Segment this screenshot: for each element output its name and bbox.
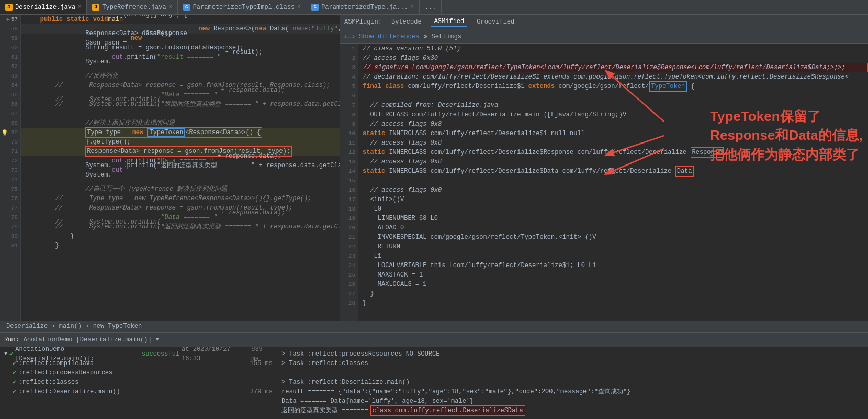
bc-line-22: RETURN — [363, 242, 868, 251]
tab-deserialize[interactable]: J Deserialize.java × — [0, 0, 87, 14]
tab-groovified[interactable]: Groovified — [474, 17, 517, 27]
tab-close-btn[interactable]: × — [411, 4, 414, 10]
gutter-58: 58 — [0, 24, 20, 34]
gutter-69: 💡69 — [0, 128, 20, 137]
ln-8: 8 — [340, 110, 358, 119]
gutter-80: 80 — [0, 231, 20, 241]
run-label: Run: — [4, 336, 19, 344]
java-icon: J — [5, 4, 13, 11]
breadcrumb-bar: Deserialize › main() › new TypeToken — [0, 321, 868, 332]
bc-line-17: <init>()V — [363, 195, 868, 204]
bc-line-13: // access flags 0x8 — [363, 157, 868, 167]
ln-26: 26 — [340, 280, 358, 289]
ln-28: 28 — [340, 299, 358, 308]
gutter-59: 59 — [0, 34, 20, 43]
gutter-57: ▶57 — [0, 15, 20, 24]
tab-parameterizedtype[interactable]: C ParameterizedType.ja... × — [306, 0, 420, 14]
gutter-74: 74 — [0, 175, 20, 184]
gutter-60: 60 — [0, 43, 20, 52]
ln-10: 10 — [340, 129, 358, 138]
gutter-77: 77 — [0, 203, 20, 213]
expand-tree-icon[interactable]: ▼ — [4, 349, 7, 359]
bc-line-23: L1 — [363, 251, 868, 261]
show-differences-btn[interactable]: Show differences — [359, 33, 419, 40]
bc-line-19: LINENUMBER 68 L0 — [363, 214, 868, 223]
run-main-label: :reflect:Deserialize.main() — [18, 387, 120, 396]
ln-21: 21 — [340, 233, 358, 242]
gutter-61: 61 — [0, 52, 20, 62]
code-area: public static void main(String[] args) {… — [21, 15, 340, 321]
expand-icon[interactable]: ▼ — [156, 337, 159, 343]
ln-5: 5 — [340, 82, 358, 91]
run-ms-main2: 379 ms — [250, 387, 273, 396]
run-item-process: ✔ :reflect:processResources — [4, 368, 273, 378]
tab-bytecode[interactable]: Bytecode — [388, 17, 425, 27]
output-line-4: > Task :reflect:Deserialize.main() — [281, 378, 864, 387]
run-process-label: :reflect:processResources — [18, 368, 112, 378]
ln-16: 16 — [340, 185, 358, 195]
run-classes-label: :reflect:classes — [18, 378, 78, 387]
tab-parameterizedtypeimpl[interactable]: C ParameterizedTypeImpl.class × — [178, 0, 306, 14]
bc-line-2: // access flags 0x30 — [363, 53, 868, 63]
run-toolbar: Run: AnotationDemo [Deserialize.main()] … — [0, 333, 868, 347]
tab-typerefrence[interactable]: J TypeRefrence.java × — [87, 0, 177, 14]
tab-close-btn[interactable]: × — [78, 4, 81, 10]
diff-bar: ⟺ Show differences ⚙ Settings — [340, 29, 868, 44]
ln-12: 12 — [340, 148, 358, 157]
ln-11: 11 — [340, 138, 358, 148]
run-app-name: AnotationDemo [Deserialize.main()] — [24, 336, 152, 344]
gutter-68: 68 — [0, 118, 20, 128]
code-line-66: // System.out.println("返回的泛型真实类型 =======… — [21, 100, 340, 109]
bc-line-14: static INNERCLASS com/luffy/reflect/Dese… — [363, 167, 868, 176]
tab-close-btn[interactable]: × — [297, 4, 300, 10]
gutter-72: 72 — [0, 156, 20, 166]
bc-line-20: ALOAD 0 — [363, 223, 868, 233]
bc-line-1: // class version 51.0 (51) — [363, 44, 868, 53]
run-left-panel: ▼ ✔ AnotationDemo [Deserialize.main()]: … — [0, 347, 277, 416]
bc-line-15 — [363, 176, 868, 185]
bc-line-24: LOCALVARIABLE this Lcom/luffy/reflect/De… — [363, 261, 868, 270]
gutter-78: 78 — [0, 213, 20, 222]
bc-line-27: } — [363, 289, 868, 299]
gutter-70: 70 — [0, 137, 20, 147]
tab-label: Deserialize.java — [15, 4, 75, 11]
left-code-panel: ▶57 58 59 60 61 62 63 64 65 66 67 68 💡69… — [0, 15, 340, 321]
main-layout: ▶57 58 59 60 61 62 63 64 65 66 67 68 💡69… — [0, 15, 868, 321]
bc-line-5: final class com/luffy/reflect/Deserializ… — [363, 82, 868, 91]
ln-9: 9 — [340, 119, 358, 129]
bc-line-18: L0 — [363, 204, 868, 214]
run-time: at 2020/10/27 16:33 — [182, 347, 249, 363]
breadcrumb: Deserialize › main() › new TypeToken — [6, 323, 142, 330]
ln-6: 6 — [340, 91, 358, 101]
ln-27: 27 — [340, 289, 358, 299]
bc-line-8: OUTERCLASS com/luffy/reflect/Deserialize… — [363, 110, 868, 119]
diff-icon: ⟺ — [344, 32, 355, 41]
bc-line-3: // signature Lcom/google/gson/reflect/Ty… — [363, 63, 868, 72]
bc-line-16: // access flags 0x0 — [363, 185, 868, 195]
output-line-3 — [281, 368, 864, 378]
ln-18: 18 — [340, 204, 358, 214]
settings-btn[interactable]: Settings — [431, 33, 461, 40]
class-icon: C — [311, 4, 319, 11]
gutter-73: 73 — [0, 166, 20, 175]
ln-13: 13 — [340, 157, 358, 167]
tab-more[interactable]: ... — [420, 0, 442, 14]
tab-asmified[interactable]: ASMified — [431, 17, 468, 27]
gutter-66: 66 — [0, 100, 20, 109]
gutter-76: 76 — [0, 194, 20, 203]
run-item-main2: ✔ :reflect:Deserialize.main() 379 ms — [4, 387, 273, 396]
run-panel: Run: AnotationDemo [Deserialize.main()] … — [0, 332, 868, 416]
ln-15: 15 — [340, 176, 358, 185]
code-line-61: System.out.println("result ======= " + r… — [21, 52, 340, 62]
ln-19: 19 — [340, 214, 358, 223]
tab-label: TypeRefrence.java — [102, 4, 166, 11]
gutter-63: 63 — [0, 71, 20, 81]
run-ms-compile: 155 ms — [250, 359, 273, 368]
code-line-73: System.out.println("返回的泛型真实类型 ======= " … — [21, 166, 340, 175]
ln-23: 23 — [340, 251, 358, 261]
run-body: ▼ ✔ AnotationDemo [Deserialize.main()]: … — [0, 347, 868, 416]
tab-close-btn[interactable]: × — [169, 4, 172, 10]
run-item-main: ▼ ✔ AnotationDemo [Deserialize.main()]: … — [4, 349, 273, 359]
gutter-62: 62 — [0, 62, 20, 71]
bc-line-4: // declaration: com/luffy/reflect/Deseri… — [363, 72, 868, 82]
